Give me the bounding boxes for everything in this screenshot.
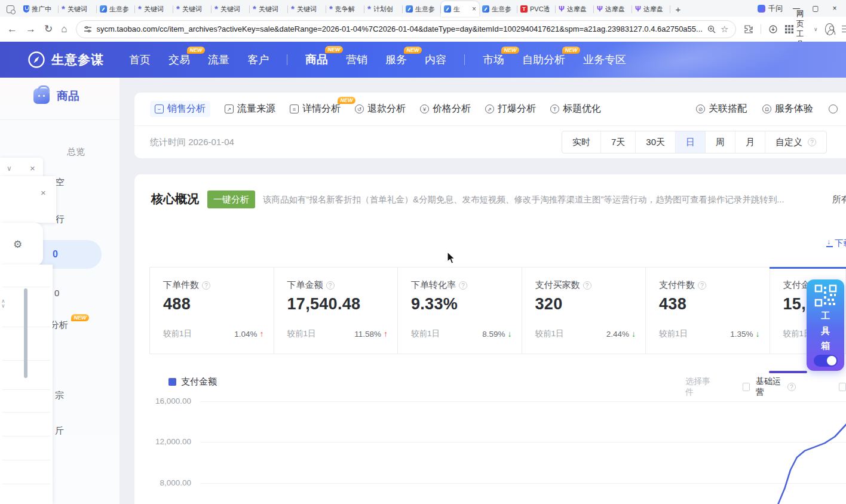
bookmark-star-icon[interactable]: ☆ xyxy=(721,24,728,35)
date-option-custom[interactable]: 自定义? xyxy=(765,131,826,153)
date-option-30d[interactable]: 30天 xyxy=(635,131,675,153)
browser-tab[interactable]: Ψ达摩盘 xyxy=(556,1,594,17)
site-info-icon[interactable] xyxy=(84,25,92,33)
browser-tab[interactable]: TPVC透 xyxy=(517,1,556,17)
tab-refund-analysis[interactable]: ↺退款分析 xyxy=(355,103,406,115)
nav-item-service[interactable]: 服务NEW xyxy=(385,53,407,67)
clipped-tab-icon[interactable] xyxy=(829,105,838,113)
sidebar-item-overview[interactable]: 总览 xyxy=(67,146,85,158)
dmp-icon: Ψ xyxy=(597,5,603,13)
help-icon: ? xyxy=(202,281,210,290)
brand[interactable]: 生意参谋 xyxy=(27,51,104,69)
payment-trend-line-chart[interactable] xyxy=(200,394,846,504)
browser-tab[interactable]: 生意参 xyxy=(97,1,135,17)
tab-related-match[interactable]: ⊘关联搭配 xyxy=(696,103,747,115)
date-option-week[interactable]: 周 xyxy=(705,131,735,153)
scrollbar-thumb[interactable] xyxy=(24,288,27,378)
download-link[interactable]: 下载 xyxy=(826,238,846,249)
zoom-icon[interactable] xyxy=(707,25,716,33)
new-badge: NEW xyxy=(501,47,519,54)
divider xyxy=(2,460,50,460)
nav-item-business-zone[interactable]: 业务专区 xyxy=(583,53,626,67)
stepper-icons[interactable]: ∧∨ xyxy=(1,299,5,308)
browser-tab[interactable]: *关键词 xyxy=(212,1,250,17)
tab-close-icon[interactable]: × xyxy=(472,5,476,13)
browser-tab[interactable]: Ψ达摩盘 xyxy=(594,1,632,17)
y-tick: 8,000.00 xyxy=(146,478,191,487)
sidebar-item-monitor-fragment[interactable]: 空 xyxy=(56,177,65,188)
clipped-right-text: 所有 xyxy=(832,194,846,205)
browser-tab[interactable]: *关键词 xyxy=(135,1,173,17)
browser-tab[interactable] xyxy=(0,1,20,17)
cards-scroll-indicator[interactable] xyxy=(769,371,807,373)
browser-tab[interactable]: 生意参 xyxy=(479,1,517,17)
nav-item-home[interactable]: 首页 xyxy=(129,53,151,67)
tab-sales-analysis[interactable]: ⌣销售分析 xyxy=(150,101,210,117)
metric-card-conversion[interactable]: 下单转化率? 9.33% 较前1日8.59%↓ xyxy=(398,268,522,354)
tab-service-experience[interactable]: Ω服务体验 xyxy=(762,103,813,115)
browser-tab-active[interactable]: 生× xyxy=(441,1,479,17)
browser-toolbar: ← → ↻ ⌂ sycm.taobao.com/cc/item_archives… xyxy=(0,17,846,42)
browser-tab[interactable]: *关键词 xyxy=(59,1,97,17)
nav-item-traffic[interactable]: 流量 xyxy=(208,53,229,67)
keyword-tool-icon: * xyxy=(329,6,333,12)
browser-tab[interactable]: 生意参 xyxy=(403,1,441,17)
tab-detail-analysis[interactable]: ≡详情分析NEW xyxy=(290,103,341,115)
nav-item-goods[interactable]: 商品NEW xyxy=(305,52,328,67)
tab-traffic-source[interactable]: ↗流量来源 xyxy=(225,103,275,115)
metric-card-pay-buyers[interactable]: 支付买家数? 320 较前1日2.44%↓ xyxy=(522,268,646,354)
section-title: 核心概况 xyxy=(151,191,199,207)
date-option-month[interactable]: 月 xyxy=(735,131,765,153)
tab-title-optimize[interactable]: T标题优化 xyxy=(550,103,601,115)
sidebar-item-selected-fragment[interactable]: 0 xyxy=(53,249,58,260)
close-icon[interactable]: × xyxy=(30,163,35,173)
event-checkbox[interactable] xyxy=(839,383,846,391)
close-icon[interactable]: × xyxy=(41,188,46,198)
nav-item-self-analysis[interactable]: 自助分析NEW xyxy=(522,53,565,67)
browser-tab[interactable]: *关键词 xyxy=(250,1,288,17)
sidebar-item-fragment[interactable]: 宗 xyxy=(55,390,64,401)
browser-tab[interactable]: 推广中 xyxy=(20,1,59,17)
nav-item-market[interactable]: 市场NEW xyxy=(483,53,504,67)
metric-card-order-items[interactable]: 下单件数? 488 较前1日1.04%↑ xyxy=(150,268,274,354)
nav-item-marketing[interactable]: 营销 xyxy=(346,53,367,67)
date-option-day[interactable]: 日 xyxy=(675,131,705,153)
reload-icon[interactable]: ↻ xyxy=(44,23,53,35)
sidebar-item-rank-fragment[interactable]: 行 xyxy=(56,214,65,225)
nav-item-trade[interactable]: 交易NEW xyxy=(168,53,190,67)
tab-price-analysis[interactable]: ¥价格分析 xyxy=(420,103,471,115)
gear-icon[interactable]: ⚙ xyxy=(13,238,22,251)
toolbox-toggle[interactable] xyxy=(814,355,838,367)
toolbox-widget[interactable]: 工具箱 xyxy=(807,279,844,371)
metric-value: 488 xyxy=(163,295,262,314)
browser-tab[interactable]: *关键词 xyxy=(173,1,212,17)
home-icon[interactable]: ⌂ xyxy=(61,23,67,35)
browser-tab[interactable]: *关键词 xyxy=(288,1,326,17)
date-option-7d[interactable]: 7天 xyxy=(600,131,635,153)
back-icon[interactable]: ← xyxy=(7,23,17,35)
sycm-icon xyxy=(444,5,451,13)
sidebar-item-fragment[interactable]: 斤 xyxy=(55,425,64,437)
tab-boost-analysis[interactable]: ⇗打爆分析 xyxy=(485,103,536,115)
nav-item-customer[interactable]: 客户 xyxy=(247,53,269,67)
browser-tab[interactable]: *竞争解 xyxy=(326,1,364,17)
event-checkbox[interactable] xyxy=(743,383,750,391)
sidebar-item-fragment[interactable]: 0 xyxy=(54,288,59,298)
date-option-realtime[interactable]: 实时 xyxy=(562,131,600,153)
forward-icon[interactable]: → xyxy=(26,23,36,35)
browser-tab[interactable]: Ψ达摩盘 xyxy=(632,1,670,17)
extensions-icon[interactable] xyxy=(744,25,753,33)
metric-value: 438 xyxy=(659,295,758,314)
one-click-analyze-button[interactable]: 一键分析 xyxy=(207,190,255,208)
menu-icon[interactable] xyxy=(842,26,846,33)
browser-tab[interactable]: *计划创 xyxy=(364,1,403,17)
address-bar[interactable]: sycm.taobao.com/cc/item_archives?activeK… xyxy=(76,20,737,38)
metric-card-order-amount[interactable]: 下单金额? 17,540.48 较前1日11.58%↑ xyxy=(274,268,399,354)
download-status-icon[interactable] xyxy=(769,25,777,33)
profile-avatar[interactable] xyxy=(825,23,833,35)
nav-item-content[interactable]: 内容 xyxy=(425,53,446,67)
sidebar-item-analysis-fragment[interactable]: 分析 xyxy=(50,319,68,331)
new-tab-button[interactable]: + xyxy=(670,1,686,17)
chevron-down-icon[interactable]: ∨ xyxy=(7,164,12,173)
metric-card-pay-items[interactable]: 支付件数? 438 较前1日1.35%↓ xyxy=(646,268,770,354)
